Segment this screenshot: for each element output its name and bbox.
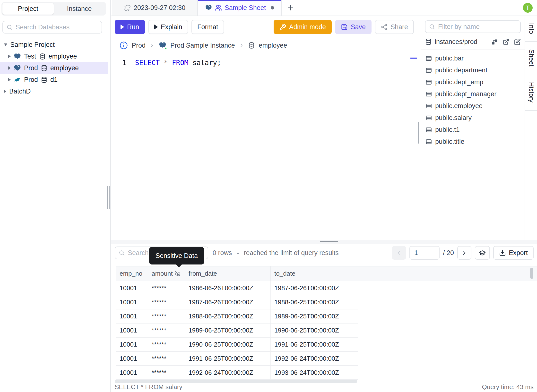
table-cell[interactable]: 1989-06-25T00:00:00Z — [185, 324, 271, 337]
tree-item-test-employee[interactable]: Test employee — [0, 51, 108, 62]
table-row[interactable]: 10001 ****** 1992-06-24T00:00:00Z 1993-0… — [116, 366, 358, 380]
table-cell[interactable]: 10001 — [116, 366, 148, 379]
table-list-item[interactable]: public.salary — [421, 112, 525, 124]
table-cell[interactable]: ****** — [148, 295, 185, 309]
table-list-item[interactable]: public.title — [421, 136, 525, 148]
share-button[interactable]: Share — [375, 20, 414, 34]
results-status-bar: SELECT * FROM salary Query time: 43 ms — [111, 383, 537, 392]
next-page-button[interactable] — [457, 246, 471, 260]
table-cell[interactable]: 1988-06-25T00:00:00Z — [271, 295, 357, 309]
user-avatar[interactable]: T — [523, 3, 533, 13]
table-cell[interactable]: ****** — [148, 309, 185, 323]
table-cell[interactable]: 10001 — [116, 338, 148, 351]
tree-item-prod-d1[interactable]: Prod d1 — [0, 74, 108, 85]
page-number-input[interactable] — [409, 246, 440, 260]
admin-mode-button[interactable]: Admin mode — [274, 20, 332, 34]
table-cell[interactable]: 10001 — [116, 281, 148, 295]
tab-history-sheet[interactable]: 2023-09-27 02:30 — [112, 0, 198, 16]
caret-right-icon[interactable] — [4, 90, 6, 93]
table-cell[interactable]: 1990-06-25T00:00:00Z — [271, 324, 357, 337]
table-row[interactable]: 10001 ****** 1989-06-25T00:00:00Z 1990-0… — [116, 324, 358, 338]
table-cell[interactable]: 1993-06-24T00:00:00Z — [271, 366, 357, 379]
save-button[interactable]: Save — [335, 20, 372, 34]
table-row[interactable]: 10001 ****** 1990-06-25T00:00:00Z 1991-0… — [116, 338, 358, 352]
tree-item-prod-employee[interactable]: Prod employee — [0, 62, 108, 74]
results-table-header: emp_no amount from_date to_date — [116, 266, 537, 281]
postgresql-icon — [14, 64, 21, 72]
header-filler — [357, 266, 537, 281]
side-strip-tab[interactable]: Info — [525, 16, 537, 42]
new-tab-button[interactable] — [282, 0, 299, 16]
tab-sample-sheet[interactable]: Sample Sheet — [198, 0, 282, 16]
table-cell[interactable]: ****** — [148, 281, 185, 295]
sql-editor[interactable]: 1 SELECT * FROM salary; — [111, 59, 418, 67]
table-list-item[interactable]: public.dept_emp — [421, 76, 525, 88]
filter-by-name-input[interactable] — [438, 23, 517, 31]
table-cell[interactable]: 1992-06-24T00:00:00Z — [271, 352, 357, 365]
table-list-item[interactable]: public.bar — [421, 52, 525, 64]
table-cell[interactable]: 1988-06-25T00:00:00Z — [185, 309, 271, 323]
table-row[interactable]: 10001 ****** 1991-06-25T00:00:00Z 1992-0… — [116, 352, 358, 366]
table-cell[interactable]: 1990-06-25T00:00:00Z — [185, 338, 271, 351]
table-cell[interactable]: ****** — [148, 324, 185, 337]
toggle-instance[interactable]: Instance — [54, 3, 105, 15]
caret-right-icon[interactable] — [8, 66, 11, 70]
unlink-icon — [124, 5, 131, 11]
table-list-item[interactable]: public.dept_manager — [421, 88, 525, 100]
table-list-item[interactable]: public.t1 — [421, 124, 525, 136]
explain-button[interactable]: Explain — [148, 20, 188, 34]
breadcrumb-database[interactable]: employee — [259, 42, 287, 49]
table-cell[interactable]: 1989-06-25T00:00:00Z — [271, 309, 357, 323]
table-cell[interactable]: ****** — [148, 338, 185, 351]
tree-item-sample-project[interactable]: Sample Project — [0, 39, 108, 51]
table-list-item[interactable]: public.department — [421, 64, 525, 76]
table-cell[interactable]: 1991-06-25T00:00:00Z — [185, 352, 271, 365]
table-cell[interactable]: ****** — [148, 366, 185, 379]
search-databases-input[interactable] — [16, 24, 98, 31]
table-cell[interactable]: 1986-06-26T00:00:00Z — [185, 281, 271, 295]
table-cell[interactable]: 10001 — [116, 309, 148, 323]
share-icon — [381, 24, 388, 30]
side-strip-tab[interactable]: History — [525, 74, 537, 111]
caret-down-icon[interactable] — [4, 43, 7, 46]
table-cell[interactable]: 10001 — [116, 295, 148, 309]
table-cell[interactable]: 1987-06-26T00:00:00Z — [185, 295, 271, 309]
breadcrumb-environment[interactable]: Prod — [132, 42, 146, 49]
main-area: 2023-09-27 02:30 Sample Sheet T Run Expl… — [110, 0, 537, 392]
toggle-project[interactable]: Project — [2, 3, 54, 15]
run-button[interactable]: Run — [115, 20, 145, 34]
vertical-scrollbar-thumb[interactable] — [530, 268, 533, 279]
tree-item-batchd[interactable]: BatchD — [0, 85, 108, 97]
results-resize-handle[interactable] — [320, 241, 338, 243]
sheet-tab-bar: 2023-09-27 02:30 Sample Sheet T — [111, 0, 537, 16]
table-list-item[interactable]: public.employee — [421, 100, 525, 112]
prev-page-button[interactable] — [392, 246, 406, 260]
table-cell[interactable]: 1987-06-26T00:00:00Z — [271, 281, 357, 295]
format-button[interactable]: Format — [191, 20, 224, 34]
caret-right-icon[interactable] — [8, 55, 11, 58]
eye-off-icon — [175, 271, 181, 277]
sidebar-resize-handle[interactable] — [107, 186, 110, 209]
chevron-right-icon — [149, 43, 155, 48]
side-strip-tab[interactable]: Sheet — [525, 42, 537, 74]
table-row[interactable]: 10001 ****** 1987-06-26T00:00:00Z 1988-0… — [116, 295, 358, 309]
edit-icon[interactable] — [514, 39, 521, 45]
table-cell[interactable]: 1992-06-24T00:00:00Z — [185, 366, 271, 379]
table-cell[interactable]: 10001 — [116, 324, 148, 337]
panel-resize-handle[interactable] — [418, 122, 420, 144]
table-cell[interactable]: 10001 — [116, 352, 148, 365]
table-row[interactable]: 10001 ****** 1986-06-26T00:00:00Z 1987-0… — [116, 281, 358, 295]
table-row[interactable]: 10001 ****** 1988-06-25T00:00:00Z 1989-0… — [116, 309, 358, 324]
breadcrumb-instance[interactable]: Prod Sample Instance — [170, 42, 235, 49]
data-masking-button[interactable] — [475, 246, 490, 260]
table-icon — [425, 138, 432, 145]
info-icon[interactable] — [120, 41, 128, 50]
schema-diagram-icon[interactable] — [491, 39, 498, 45]
sql-statement: SELECT * FROM salary; — [135, 59, 221, 67]
table-name: public.title — [435, 138, 464, 145]
table-cell[interactable]: 1991-06-25T00:00:00Z — [271, 338, 357, 351]
caret-right-icon[interactable] — [8, 78, 11, 81]
table-cell[interactable]: ****** — [148, 352, 185, 365]
export-button[interactable]: Export — [493, 246, 534, 260]
external-link-icon[interactable] — [503, 39, 509, 45]
